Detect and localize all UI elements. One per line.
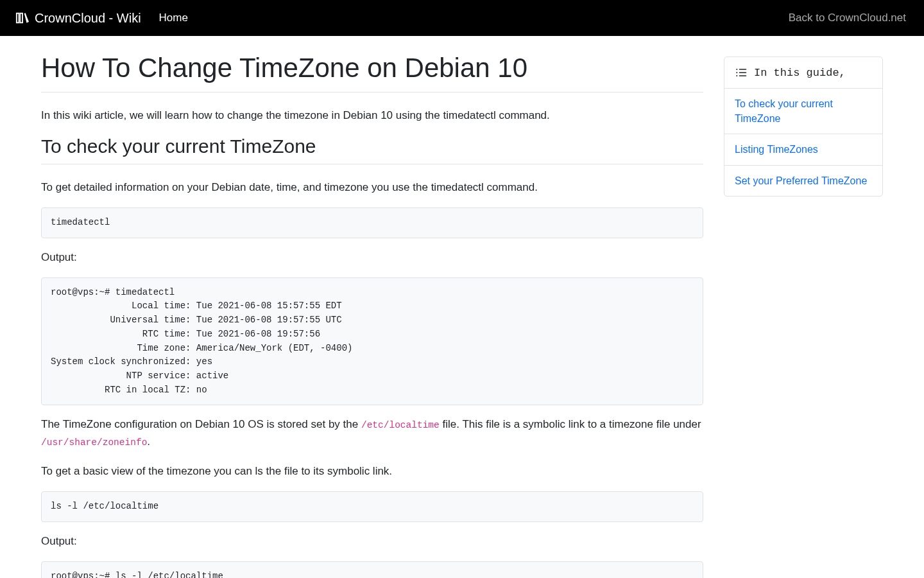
section-heading-check-tz: To check your current TimeZone bbox=[41, 136, 703, 157]
inline-code-localtime: /etc/localtime bbox=[361, 420, 440, 430]
toc-link-set-tz[interactable]: Set your Preferred TimeZone bbox=[724, 166, 882, 196]
inline-code-zoneinfo: /usr/share/zoneinfo bbox=[41, 437, 147, 448]
svg-rect-1 bbox=[20, 13, 22, 23]
brand-text: CrownCloud - Wiki bbox=[35, 11, 141, 26]
toc-title: In this guide, bbox=[754, 67, 846, 79]
page-title: How To Change TimeZone on Debian 10 bbox=[41, 51, 703, 85]
toc-item: To check your current TimeZone bbox=[724, 89, 882, 134]
code-ls-output: root@vps:~# ls -l /etc/localtime lrwxrwx… bbox=[41, 561, 703, 578]
para-tz-config-b: file. This file is a symbolic link to a … bbox=[440, 418, 701, 430]
para-tz-config-a: The TimeZone configuration on Debian 10 … bbox=[41, 418, 361, 430]
toc-item: Listing TimeZones bbox=[724, 134, 882, 165]
sidebar-toc: In this guide, To check your current Tim… bbox=[724, 57, 883, 197]
svg-point-7 bbox=[736, 75, 737, 76]
para-ls-desc: To get a basic view of the timezone you … bbox=[41, 462, 703, 480]
code-timedatectl: timedatectl bbox=[41, 207, 703, 238]
article-main: How To Change TimeZone on Debian 10 In t… bbox=[41, 51, 703, 578]
page-container: How To Change TimeZone on Debian 10 In t… bbox=[13, 36, 911, 578]
code-ls-localtime: ls -l /etc/localtime bbox=[41, 491, 703, 522]
nav-right: Back to CrownCloud.net bbox=[781, 12, 914, 24]
svg-rect-0 bbox=[17, 13, 19, 23]
nav-back-link[interactable]: Back to CrownCloud.net bbox=[781, 6, 914, 29]
section-divider bbox=[41, 164, 703, 164]
top-navbar: CrownCloud - Wiki Home Back to CrownClou… bbox=[0, 0, 924, 36]
nav-left: CrownCloud - Wiki Home bbox=[10, 6, 196, 31]
para-tz-config: The TimeZone configuration on Debian 10 … bbox=[41, 416, 703, 450]
intro-paragraph: In this wiki article, we will learn how … bbox=[41, 107, 703, 124]
list-icon bbox=[735, 66, 748, 79]
toc-header: In this guide, bbox=[724, 57, 882, 89]
brand-link[interactable]: CrownCloud - Wiki bbox=[10, 6, 146, 31]
toc-card: In this guide, To check your current Tim… bbox=[724, 57, 883, 197]
output-label-2: Output: bbox=[41, 532, 703, 550]
nav-home-link[interactable]: Home bbox=[151, 6, 196, 30]
title-divider bbox=[41, 92, 703, 92]
svg-point-6 bbox=[736, 72, 737, 73]
code-timedatectl-output: root@vps:~# timedatectl Local time: Tue … bbox=[41, 277, 703, 406]
toc-item: Set your Preferred TimeZone bbox=[724, 166, 882, 196]
para-tz-config-c: . bbox=[147, 435, 150, 448]
toc-list: To check your current TimeZone Listing T… bbox=[724, 89, 882, 196]
para-check-info: To get detailed information on your Debi… bbox=[41, 179, 703, 196]
output-label-1: Output: bbox=[41, 249, 703, 266]
svg-point-5 bbox=[736, 69, 737, 70]
toc-link-listing-tz[interactable]: Listing TimeZones bbox=[724, 134, 882, 164]
book-stack-icon bbox=[15, 11, 30, 25]
toc-link-check-tz[interactable]: To check your current TimeZone bbox=[724, 89, 882, 134]
